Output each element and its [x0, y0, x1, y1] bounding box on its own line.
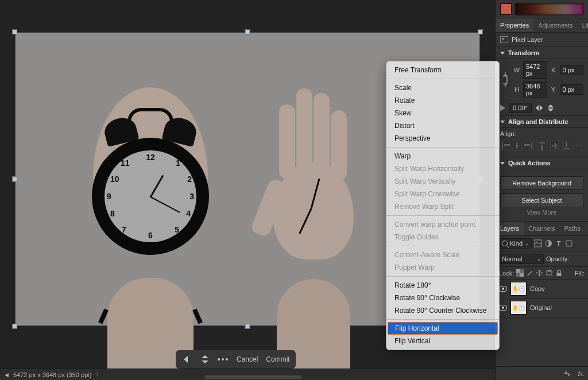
disclosure-icon	[500, 52, 505, 55]
svg-rect-2	[566, 241, 572, 246]
svg-rect-6	[547, 271, 552, 275]
canvas-area[interactable]: 12 1 2 3 4 5 6 7 8 9 10 11	[0, 0, 495, 380]
align-title: Align and Distribute	[508, 118, 568, 125]
remove-background-button[interactable]: Remove Background	[500, 176, 583, 190]
tab-adjustments[interactable]: Adjustments	[533, 18, 578, 32]
filter-type-icon[interactable]: T	[555, 239, 563, 247]
pixel-layer-icon	[500, 36, 508, 43]
lock-all-icon[interactable]	[555, 269, 563, 277]
align-center-icon[interactable]	[513, 141, 522, 151]
align-left-icon[interactable]	[500, 141, 509, 151]
blend-mode-label: Normal	[502, 255, 522, 262]
layer-row[interactable]: ✋🕑 Original	[496, 298, 588, 317]
layers-panel-footer: fx.	[496, 366, 588, 380]
color-row	[496, 0, 588, 18]
layer-thumbnail[interactable]: ✋🕑	[510, 282, 527, 296]
layer-type-row: Pixel Layer	[496, 33, 588, 47]
quick-actions: Remove Background Select Subject View Mo…	[496, 169, 588, 222]
filter-shape-icon[interactable]	[565, 239, 573, 247]
disclosure-icon	[500, 162, 505, 165]
right-panel: Properties Adjustments Lib Pixel Layer T…	[495, 0, 588, 380]
filter-kind-select[interactable]: Kind ⌄	[499, 238, 532, 249]
x-field[interactable]: 0 px	[560, 65, 584, 75]
svg-rect-4	[516, 269, 520, 273]
w-label: W	[513, 67, 521, 73]
dim-overlay	[0, 0, 495, 380]
align-top-icon[interactable]	[537, 141, 547, 151]
lock-transparency-icon[interactable]	[516, 269, 524, 277]
opacity-label: Opacity:	[546, 255, 569, 262]
align-label: Align:	[500, 130, 583, 137]
width-field[interactable]: 5472 px	[523, 61, 547, 79]
lock-position-icon[interactable]	[536, 269, 543, 277]
link-wh-icon[interactable]	[500, 71, 510, 88]
transform-grid: W 5472 px X 0 px H 3648 px Y 0 px	[496, 59, 588, 100]
filter-pixel-icon[interactable]	[534, 239, 542, 247]
quick-actions-title: Quick Actions	[508, 160, 551, 166]
view-more-link[interactable]: View More	[500, 207, 583, 218]
tab-channels[interactable]: Channels	[524, 222, 559, 235]
svg-rect-7	[548, 270, 551, 272]
angle-icon	[500, 104, 505, 111]
x-label: X	[550, 67, 558, 73]
svg-rect-5	[520, 273, 524, 277]
lock-row: Lock: Fill:	[496, 267, 588, 280]
transform-title: Transform	[508, 49, 539, 56]
app-root: 12 1 2 3 4 5 6 7 8 9 10 11	[0, 0, 588, 380]
layer-name[interactable]: Copy	[530, 285, 545, 292]
flip-horizontal-icon[interactable]	[535, 104, 543, 112]
visibility-toggle-icon[interactable]	[499, 305, 507, 311]
layers-panel: Layers Channels Paths Kind ⌄ T Normal ⌄	[496, 222, 588, 380]
lock-pixels-icon[interactable]	[526, 269, 533, 277]
layer-fx-icon[interactable]: fx.	[578, 370, 585, 377]
align-middle-icon[interactable]	[550, 141, 559, 151]
layer-thumbnail[interactable]: ✋🕑	[510, 301, 527, 315]
blend-mode-select[interactable]: Normal ⌄	[499, 254, 544, 264]
blend-row: Normal ⌄ Opacity:	[496, 251, 588, 267]
layer-row[interactable]: ✋🕑 Copy	[496, 280, 588, 298]
color-picker-preview[interactable]	[515, 3, 583, 15]
align-section: Align: ⋯	[496, 128, 588, 157]
y-field[interactable]: 0 px	[560, 84, 584, 95]
align-bottom-icon[interactable]	[562, 141, 571, 151]
align-section-header[interactable]: Align and Distribute	[496, 116, 588, 128]
layers-tabs: Layers Channels Paths	[496, 222, 588, 236]
tab-properties[interactable]: Properties	[496, 18, 533, 32]
tab-layers[interactable]: Layers	[496, 222, 524, 235]
align-right-icon[interactable]	[525, 141, 534, 151]
lock-label: Lock:	[499, 270, 514, 277]
align-more-icon[interactable]: ⋯	[575, 141, 583, 151]
h-label: H	[513, 86, 521, 93]
disclosure-icon	[500, 121, 505, 123]
filter-kind-label: Kind	[510, 240, 523, 247]
foreground-color-swatch[interactable]	[500, 3, 512, 15]
select-subject-button[interactable]: Select Subject	[500, 193, 583, 207]
layer-filter-row: Kind ⌄ T	[496, 236, 588, 251]
height-field[interactable]: 3648 px	[523, 81, 547, 98]
quick-actions-header[interactable]: Quick Actions	[496, 157, 588, 169]
search-icon	[502, 241, 508, 246]
svg-rect-8	[557, 273, 562, 276]
layer-name[interactable]: Original	[530, 304, 552, 311]
link-layers-icon[interactable]	[563, 370, 572, 377]
properties-tabs: Properties Adjustments Lib	[496, 18, 588, 33]
angle-field[interactable]: 0,00°	[509, 103, 532, 113]
fill-label: Fill:	[575, 270, 585, 277]
y-label: Y	[550, 86, 558, 93]
angle-row: 0,00°	[496, 100, 588, 116]
filter-adjustment-icon[interactable]	[544, 239, 552, 247]
layer-type-label: Pixel Layer	[512, 36, 543, 43]
tab-paths[interactable]: Paths	[560, 222, 585, 235]
flip-vertical-icon[interactable]	[547, 104, 555, 112]
transform-section-header[interactable]: Transform	[496, 47, 588, 59]
tab-libraries[interactable]: Lib	[578, 18, 588, 32]
lock-artboard-icon[interactable]	[546, 269, 553, 277]
visibility-toggle-icon[interactable]	[499, 286, 507, 292]
